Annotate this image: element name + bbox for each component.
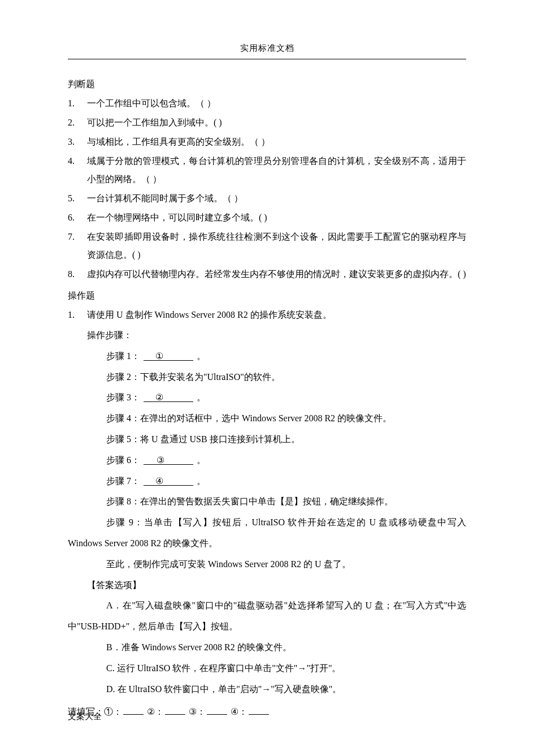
item-number: 4. xyxy=(68,152,87,188)
option-a: A．在"写入磁盘映像"窗口中的"磁盘驱动器"处选择希望写入的 U 盘；在"写入方… xyxy=(68,595,466,637)
blank-input[interactable]: ③ xyxy=(144,456,193,465)
section-operation-title: 操作题 xyxy=(68,287,466,305)
item-text: 请使用 U 盘制作 Windows Server 2008 R2 的操作系统安装… xyxy=(87,306,466,324)
answer-options-title: 【答案选项】 xyxy=(68,575,466,596)
option-d: D. 在 UltraISO 软件窗口中，单击"启动"→"写入硬盘映像"。 xyxy=(68,679,466,700)
item-text: 与域相比，工作组具有更高的安全级别。（ ） xyxy=(87,133,466,151)
step-3: 步骤 3： ② 。 xyxy=(68,387,466,408)
fill-blank-1[interactable] xyxy=(123,714,144,715)
judgment-item: 6. 在一个物理网络中，可以同时建立多个域。( ) xyxy=(68,209,466,227)
step-9: 步骤 9：当单击【写入】按钮后，UltraISO 软件开始在选定的 U 盘或移动… xyxy=(68,512,466,554)
option-c: C. 运行 UltraISO 软件，在程序窗口中单击"文件"→"打开"。 xyxy=(68,658,466,679)
step-7: 步骤 7： ④ 。 xyxy=(68,471,466,492)
circle-1: ① xyxy=(155,352,163,361)
judgment-item: 3. 与域相比，工作组具有更高的安全级别。（ ） xyxy=(68,133,466,151)
fill-prefix-4: ④： xyxy=(231,707,248,716)
step-6: 步骤 6： ③ 。 xyxy=(68,450,466,471)
operation-item: 1. 请使用 U 盘制作 Windows Server 2008 R2 的操作系… xyxy=(68,306,466,324)
item-number: 1. xyxy=(68,94,87,113)
option-b: B．准备 Windows Server 2008 R2 的映像文件。 xyxy=(68,637,466,658)
judgment-item: 8. 虚拟内存可以代替物理内存。若经常发生内存不够使用的情况时，建议安装更多的虚… xyxy=(68,265,466,283)
judgment-item: 4. 域属于分散的管理模式，每台计算机的管理员分别管理各自的计算机，安全级别不高… xyxy=(68,152,466,188)
step-5: 步骤 5：将 U 盘通过 USB 接口连接到计算机上。 xyxy=(68,429,466,450)
circle-2: ② xyxy=(155,393,163,402)
step-4: 步骤 4：在弹出的对话框中，选中 Windows Server 2008 R2 … xyxy=(68,408,466,429)
step-2: 步骤 2：下载并安装名为"UltraISO"的软件。 xyxy=(68,367,466,388)
circle-4: ④ xyxy=(155,477,163,486)
step-suffix: 。 xyxy=(197,476,206,486)
item-text: 一个工作组中可以包含域。（ ） xyxy=(87,94,466,113)
step-1: 步骤 1： ① 。 xyxy=(68,346,466,367)
step-prefix: 步骤 1： xyxy=(106,351,140,361)
item-number: 2. xyxy=(68,114,87,132)
step-prefix: 步骤 3： xyxy=(106,392,140,402)
page-footer: 文案大全 xyxy=(68,708,102,725)
fill-blank-3[interactable] xyxy=(207,714,227,715)
item-text: 域属于分散的管理模式，每台计算机的管理员分别管理各自的计算机，安全级别不高，适用… xyxy=(87,152,466,188)
fill-prefix-2: ②： xyxy=(147,707,164,716)
item-number: 7. xyxy=(68,228,87,264)
step-suffix: 。 xyxy=(197,351,206,361)
fill-blank-2[interactable] xyxy=(165,714,185,715)
step-suffix: 。 xyxy=(197,392,206,402)
item-text: 在一个物理网络中，可以同时建立多个域。( ) xyxy=(87,209,466,227)
step-suffix: 。 xyxy=(197,455,206,465)
fill-blank-4[interactable] xyxy=(249,714,269,715)
circle-3: ③ xyxy=(157,456,164,465)
blank-input[interactable]: ① xyxy=(144,352,193,361)
blank-input[interactable]: ④ xyxy=(144,477,193,486)
page-header: 实用标准文档 xyxy=(68,40,466,59)
step-8: 步骤 8：在弹出的警告数据丢失窗口中单击【是】按钮，确定继续操作。 xyxy=(68,491,466,512)
item-number: 1. xyxy=(68,306,87,324)
judgment-item: 2. 可以把一个工作组加入到域中。( ) xyxy=(68,114,466,132)
operation-steps-label: 操作步骤： xyxy=(68,325,466,346)
item-text: 一台计算机不能同时属于多个域。（ ） xyxy=(87,189,466,208)
judgment-item: 5. 一台计算机不能同时属于多个域。（ ） xyxy=(68,189,466,208)
item-text: 在安装即插即用设备时，操作系统往往检测不到这个设备，因此需要手工配置它的驱动程序… xyxy=(87,228,466,264)
fill-line: 请填写：①： ②： ③： ④： xyxy=(68,702,466,723)
judgment-item: 1. 一个工作组中可以包含域。（ ） xyxy=(68,94,466,113)
item-number: 6. xyxy=(68,209,87,227)
section-judgment-title: 判断题 xyxy=(68,75,466,93)
item-text: 可以把一个工作组加入到域中。( ) xyxy=(87,114,466,132)
item-number: 3. xyxy=(68,133,87,151)
done-text: 至此，便制作完成可安装 Windows Server 2008 R2 的 U 盘… xyxy=(68,554,466,575)
document-page: 实用标准文档 判断题 1. 一个工作组中可以包含域。（ ） 2. 可以把一个工作… xyxy=(0,0,534,751)
step-prefix: 步骤 7： xyxy=(106,476,140,486)
step-prefix: 步骤 6： xyxy=(106,455,140,465)
fill-prefix-3: ③： xyxy=(189,707,206,716)
item-number: 5. xyxy=(68,189,87,208)
blank-input[interactable]: ② xyxy=(144,393,193,402)
judgment-item: 7. 在安装即插即用设备时，操作系统往往检测不到这个设备，因此需要手工配置它的驱… xyxy=(68,228,466,264)
item-text: 虚拟内存可以代替物理内存。若经常发生内存不够使用的情况时，建议安装更多的虚拟内存… xyxy=(87,265,466,283)
item-number: 8. xyxy=(68,265,87,283)
